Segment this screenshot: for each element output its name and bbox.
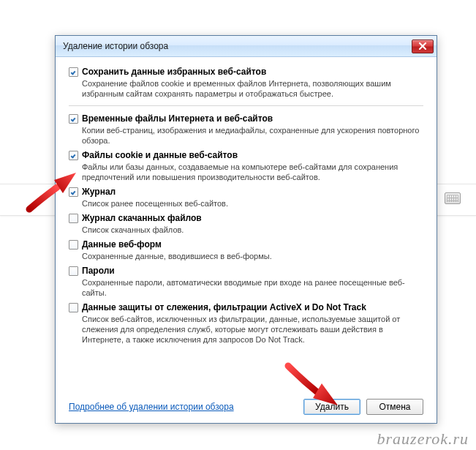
option-label: Данные веб-форм [82,239,423,250]
option-label: Данные защиты от слежения, фильтрации Ac… [82,302,423,313]
checkbox-history[interactable] [69,187,78,197]
option-label: Временные файлы Интернета и веб-сайтов [82,113,423,124]
dialog-content: Сохранить данные избранных веб-сайтов Со… [56,57,437,391]
option-history: Журнал Список ранее посещенных веб-сайто… [69,184,423,211]
option-label: Журнал скачанных файлов [82,213,423,224]
dialog-footer: Подробнее об удалении истории обзора Уда… [56,391,437,423]
option-label: Сохранить данные избранных веб-сайтов [82,67,423,78]
option-label: Пароли [82,266,423,277]
option-desc: Список веб-сайтов, исключенных из фильтр… [82,314,423,345]
option-download-history: Журнал скачанных файлов Список скачанных… [69,211,423,237]
option-desc: Сохраненные данные, вводившиеся в веб-фо… [82,251,423,261]
option-cookies: Файлы cookie и данные веб-сайтов Файлы и… [69,148,423,184]
delete-button[interactable]: Удалить [303,399,360,415]
option-desc: Копии веб-страниц, изображения и медиафа… [82,125,423,146]
watermark-text: brauzerok.ru [377,430,469,449]
option-desc: Список скачанных файлов. [82,225,423,235]
option-desc: Список ранее посещенных веб-сайтов. [82,198,423,209]
checkbox-form-data[interactable] [69,240,78,250]
cancel-button[interactable]: Отмена [366,399,423,415]
checkbox-passwords[interactable] [69,266,78,276]
checkbox-preserve-favorites[interactable] [69,67,78,77]
option-desc: Сохранение файлов cookie и временных фай… [82,78,423,99]
option-tracking-protection: Данные защиты от слежения, фильтрации Ac… [69,300,423,347]
keyboard-icon[interactable] [445,192,461,204]
divider [69,105,423,106]
option-desc: Файлы или базы данных, создаваемые на ко… [82,162,423,182]
dialog-title: Удаление истории обзора [63,41,412,51]
delete-history-dialog: Удаление истории обзора Сохранить данные… [55,35,437,424]
option-desc: Сохраненные пароли, автоматически вводим… [82,277,423,298]
close-icon [419,42,426,50]
option-label: Файлы cookie и данные веб-сайтов [82,150,423,161]
option-preserve-favorites: Сохранить данные избранных веб-сайтов Со… [69,64,423,101]
option-temp-files: Временные файлы Интернета и веб-сайтов К… [69,111,423,148]
checkbox-cookies[interactable] [69,151,78,160]
option-passwords: Пароли Сохраненные пароли, автоматически… [69,263,423,300]
close-button[interactable] [412,40,434,53]
option-label: Журнал [82,187,423,198]
option-form-data: Данные веб-форм Сохраненные данные, ввод… [69,237,423,263]
checkbox-download-history[interactable] [69,214,78,223]
checkbox-tracking-protection[interactable] [69,303,78,312]
dialog-titlebar: Удаление истории обзора [56,36,437,57]
more-info-link[interactable]: Подробнее об удалении истории обзора [69,402,234,412]
checkbox-temp-files[interactable] [69,114,78,124]
